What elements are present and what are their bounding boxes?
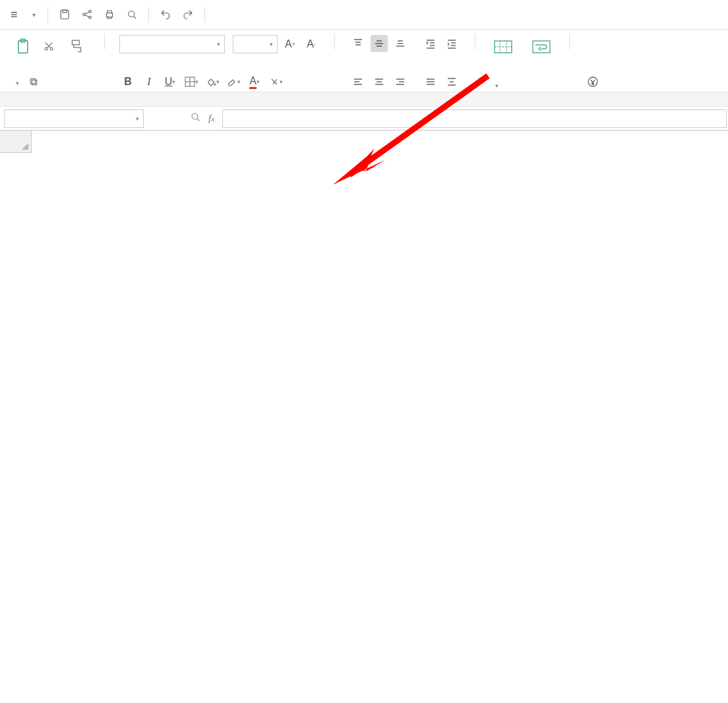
svg-rect-5 [106, 13, 112, 17]
share-icon[interactable] [77, 5, 97, 24]
decrease-indent-button[interactable] [422, 35, 439, 52]
paste-dropdown[interactable]: ▾ [11, 78, 22, 88]
separator [475, 34, 475, 49]
merge-center-button[interactable] [490, 35, 516, 59]
decrease-font-icon[interactable]: A- [303, 36, 320, 53]
app-menu-icon[interactable]: ≡ [7, 5, 22, 24]
separator [148, 7, 149, 22]
increase-indent-button[interactable] [443, 35, 460, 52]
title-menu-bar: ≡ ▾ [0, 0, 728, 30]
scissors-icon [44, 41, 54, 53]
chevron-down-icon: ▾ [136, 115, 139, 122]
paste-icon [13, 36, 34, 57]
wrap-text-button[interactable] [528, 35, 555, 59]
print-preview-icon[interactable] [122, 5, 142, 24]
wrap-label [505, 84, 510, 87]
align-bottom-button[interactable] [392, 35, 409, 52]
font-size-select[interactable]: ▾ [233, 35, 278, 53]
clear-format-button[interactable]: ▾ [267, 73, 284, 90]
chevron-down-icon: ▾ [16, 80, 19, 86]
name-box[interactable]: ▾ [4, 109, 144, 128]
alignment-group [346, 34, 464, 92]
svg-rect-0 [61, 10, 69, 19]
border-button[interactable]: ▾ [183, 73, 200, 90]
italic-button[interactable]: I [140, 73, 158, 90]
copy-button[interactable] [26, 75, 44, 90]
separator [334, 34, 335, 49]
save-icon[interactable] [55, 5, 75, 24]
svg-point-18 [192, 113, 198, 119]
file-menu[interactable]: ▾ [24, 9, 41, 21]
spreadsheet-grid[interactable] [0, 131, 728, 703]
format-painter-icon [66, 36, 87, 57]
distribute-button[interactable] [443, 73, 460, 90]
redo-icon[interactable] [178, 5, 198, 24]
number-format-select[interactable] [584, 35, 617, 53]
select-all-corner[interactable] [0, 131, 32, 153]
bold-button[interactable]: B [119, 73, 136, 90]
formula-bar: ▾ fx [0, 107, 728, 131]
align-middle-button[interactable] [371, 35, 388, 52]
svg-rect-11 [73, 40, 80, 45]
wrap-icon [531, 36, 552, 57]
chevron-down-icon: ▾ [270, 41, 273, 47]
undo-icon[interactable] [156, 5, 175, 24]
justify-button[interactable] [422, 73, 439, 90]
svg-rect-1 [63, 10, 67, 13]
format-painter-label [48, 82, 53, 84]
chevron-down-icon: ▾ [217, 41, 220, 47]
formula-input[interactable] [222, 109, 727, 128]
copy-icon [28, 76, 39, 89]
merge-group: ▾ [486, 34, 559, 92]
print-icon[interactable] [100, 5, 119, 24]
ribbon-collapse-bar [0, 92, 728, 107]
fx-icon[interactable]: fx [208, 113, 214, 124]
separator [47, 7, 48, 22]
fill-color-button[interactable]: ▾ [204, 73, 221, 90]
svg-rect-12 [32, 80, 36, 84]
separator [104, 34, 105, 49]
svg-point-6 [128, 11, 134, 17]
font-group: ▾ ▾ A+ A- B I U▾ ▾ ▾ ▾ A▾ ▾ [115, 34, 324, 92]
format-painter-button[interactable] [63, 35, 90, 59]
merge-icon [493, 36, 514, 57]
align-left-button[interactable] [349, 73, 367, 90]
separator [569, 34, 570, 49]
underline-button[interactable]: U▾ [162, 73, 179, 90]
cut-button[interactable] [41, 40, 59, 55]
ribbon: ▾ ▾ ▾ A+ A- B I U▾ ▾ ▾ ▾ A▾ [0, 30, 728, 92]
number-group [580, 34, 621, 92]
align-right-button[interactable] [392, 73, 409, 90]
merge-center-label[interactable]: ▾ [490, 81, 501, 90]
align-top-button[interactable] [349, 35, 367, 52]
currency-button[interactable] [584, 73, 601, 90]
chevron-down-icon: ▾ [32, 11, 36, 18]
align-center-button[interactable] [371, 73, 388, 90]
zoom-icon[interactable] [190, 111, 202, 125]
increase-font-icon[interactable]: A+ [282, 36, 299, 53]
separator [204, 7, 205, 22]
font-name-select[interactable]: ▾ [119, 35, 225, 53]
svg-rect-16 [533, 41, 550, 53]
font-color-button[interactable]: A▾ [246, 73, 263, 90]
svg-rect-13 [30, 78, 35, 83]
highlight-button[interactable]: ▾ [225, 73, 242, 90]
paste-button[interactable] [11, 35, 37, 59]
clipboard-group: ▾ [7, 34, 94, 92]
